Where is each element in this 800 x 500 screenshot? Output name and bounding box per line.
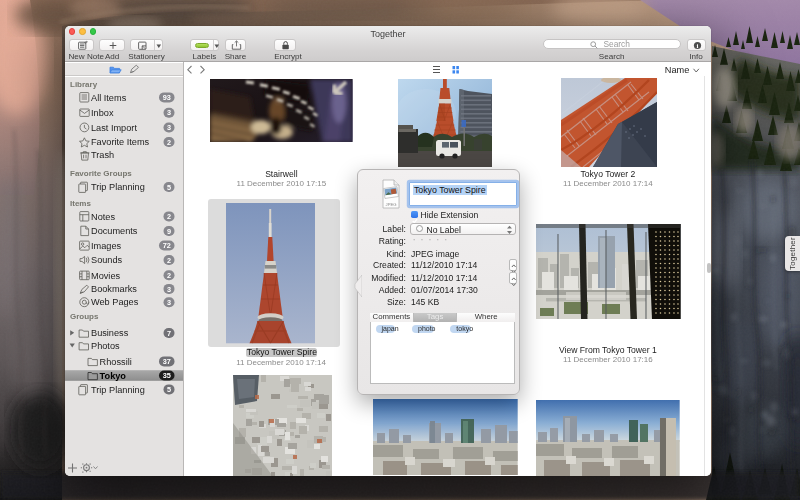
svg-text:Tokyo: Tokyo [100, 371, 127, 381]
svg-text:Groups: Groups [70, 312, 99, 321]
svg-text:93: 93 [163, 93, 171, 102]
svg-text:Web Pages: Web Pages [91, 297, 139, 307]
svg-text:All Items: All Items [91, 93, 127, 103]
svg-text:Name: Name [665, 65, 690, 75]
svg-text:35: 35 [163, 371, 171, 380]
svg-text:Items: Items [70, 199, 91, 208]
svg-text:37: 37 [163, 357, 171, 366]
svg-text:Documents: Documents [91, 226, 138, 236]
svg-text:Trash: Trash [91, 150, 114, 160]
svg-text:Inbox: Inbox [91, 108, 114, 118]
svg-text:2: 2 [167, 256, 171, 265]
svg-text:Images: Images [91, 241, 122, 251]
svg-text:Bookmarks: Bookmarks [91, 284, 137, 294]
svg-text:Sounds: Sounds [91, 255, 123, 265]
svg-text:5: 5 [167, 183, 171, 192]
svg-text:3: 3 [167, 298, 171, 307]
svg-text:7: 7 [167, 329, 171, 338]
svg-text:5: 5 [167, 385, 171, 394]
svg-text:2: 2 [167, 138, 171, 147]
svg-text:9: 9 [167, 227, 171, 236]
svg-text:3: 3 [167, 123, 171, 132]
svg-text:Rhossili: Rhossili [100, 357, 132, 367]
svg-text:Movies: Movies [91, 271, 121, 281]
svg-text:Notes: Notes [91, 212, 115, 222]
svg-text:Favorite Items: Favorite Items [91, 137, 150, 147]
svg-text:Trip Planning: Trip Planning [91, 182, 145, 192]
svg-text:Library: Library [70, 80, 98, 89]
svg-text:Photos: Photos [91, 341, 120, 351]
svg-text:Business: Business [91, 328, 129, 338]
svg-text:72: 72 [163, 241, 171, 250]
svg-text:JPEG: JPEG [386, 202, 397, 207]
svg-text:Trip Planning: Trip Planning [91, 385, 145, 395]
svg-text:Favorite Groups: Favorite Groups [70, 169, 132, 178]
svg-text:3: 3 [167, 108, 171, 117]
svg-text:2: 2 [167, 271, 171, 280]
svg-text:3: 3 [167, 285, 171, 294]
svg-text:i: i [696, 42, 698, 50]
svg-text:Last Import: Last Import [91, 123, 137, 133]
svg-text:2: 2 [167, 212, 171, 221]
